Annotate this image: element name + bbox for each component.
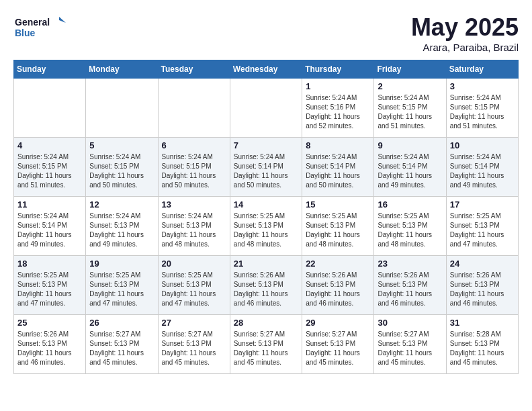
day-info: Sunrise: 5:25 AM Sunset: 5:13 PM Dayligh…: [89, 271, 154, 308]
calendar-cell: 5Sunrise: 5:24 AM Sunset: 5:15 PM Daylig…: [86, 138, 158, 197]
calendar-cell: 1Sunrise: 5:24 AM Sunset: 5:16 PM Daylig…: [302, 79, 374, 138]
calendar-cell: 7Sunrise: 5:24 AM Sunset: 5:14 PM Daylig…: [230, 138, 302, 197]
day-header-sunday: Sunday: [14, 60, 86, 79]
calendar-cell: [230, 79, 302, 138]
day-info: Sunrise: 5:26 AM Sunset: 5:13 PM Dayligh…: [378, 271, 442, 308]
logo-svg: General Blue: [13, 13, 67, 40]
day-number: 31: [450, 318, 515, 328]
day-number: 22: [306, 259, 370, 269]
day-info: Sunrise: 5:25 AM Sunset: 5:13 PM Dayligh…: [162, 271, 226, 308]
day-info: Sunrise: 5:26 AM Sunset: 5:13 PM Dayligh…: [306, 271, 370, 308]
svg-text:General: General: [15, 17, 50, 28]
calendar-cell: 29Sunrise: 5:27 AM Sunset: 5:13 PM Dayli…: [302, 315, 374, 374]
day-info: Sunrise: 5:24 AM Sunset: 5:14 PM Dayligh…: [234, 152, 298, 190]
calendar-cell: 19Sunrise: 5:25 AM Sunset: 5:13 PM Dayli…: [86, 256, 158, 315]
calendar-cell: 20Sunrise: 5:25 AM Sunset: 5:13 PM Dayli…: [158, 256, 230, 315]
week-row-5: 25Sunrise: 5:26 AM Sunset: 5:13 PM Dayli…: [14, 315, 519, 374]
day-number: 25: [17, 318, 82, 328]
day-number: 28: [234, 318, 298, 328]
day-number: 10: [450, 140, 515, 150]
calendar-cell: 27Sunrise: 5:27 AM Sunset: 5:13 PM Dayli…: [158, 315, 230, 374]
calendar-cell: 28Sunrise: 5:27 AM Sunset: 5:13 PM Dayli…: [230, 315, 302, 374]
calendar-cell: 8Sunrise: 5:24 AM Sunset: 5:14 PM Daylig…: [302, 138, 374, 197]
day-number: 2: [378, 81, 442, 91]
day-number: 12: [89, 199, 154, 210]
day-info: Sunrise: 5:27 AM Sunset: 5:13 PM Dayligh…: [306, 330, 370, 367]
day-number: 15: [306, 199, 370, 210]
week-row-3: 11Sunrise: 5:24 AM Sunset: 5:14 PM Dayli…: [14, 197, 519, 256]
calendar-cell: 16Sunrise: 5:25 AM Sunset: 5:13 PM Dayli…: [374, 197, 446, 256]
calendar-cell: 22Sunrise: 5:26 AM Sunset: 5:13 PM Dayli…: [302, 256, 374, 315]
calendar-cell: 11Sunrise: 5:24 AM Sunset: 5:14 PM Dayli…: [14, 197, 86, 256]
calendar-cell: 14Sunrise: 5:25 AM Sunset: 5:13 PM Dayli…: [230, 197, 302, 256]
calendar-cell: 13Sunrise: 5:24 AM Sunset: 5:13 PM Dayli…: [158, 197, 230, 256]
day-info: Sunrise: 5:24 AM Sunset: 5:15 PM Dayligh…: [450, 93, 515, 131]
day-info: Sunrise: 5:27 AM Sunset: 5:13 PM Dayligh…: [89, 330, 154, 367]
day-number: 9: [378, 140, 442, 150]
day-info: Sunrise: 5:25 AM Sunset: 5:13 PM Dayligh…: [306, 212, 370, 249]
page-header: General Blue May 2025 Arara, Paraiba, Br…: [13, 13, 519, 53]
day-number: 29: [306, 318, 370, 328]
day-info: Sunrise: 5:24 AM Sunset: 5:14 PM Dayligh…: [17, 212, 82, 249]
day-header-tuesday: Tuesday: [158, 60, 230, 79]
calendar-cell: 15Sunrise: 5:25 AM Sunset: 5:13 PM Dayli…: [302, 197, 374, 256]
day-number: 14: [234, 199, 298, 210]
day-header-friday: Friday: [374, 60, 446, 79]
day-info: Sunrise: 5:24 AM Sunset: 5:15 PM Dayligh…: [89, 152, 154, 190]
day-number: 13: [162, 199, 226, 210]
day-header-wednesday: Wednesday: [230, 60, 302, 79]
calendar-cell: 24Sunrise: 5:26 AM Sunset: 5:13 PM Dayli…: [446, 256, 518, 315]
calendar-table: SundayMondayTuesdayWednesdayThursdayFrid…: [13, 60, 519, 374]
day-info: Sunrise: 5:26 AM Sunset: 5:13 PM Dayligh…: [17, 330, 82, 367]
day-number: 19: [89, 259, 154, 269]
day-info: Sunrise: 5:24 AM Sunset: 5:13 PM Dayligh…: [162, 212, 226, 249]
day-info: Sunrise: 5:25 AM Sunset: 5:13 PM Dayligh…: [234, 212, 298, 249]
day-info: Sunrise: 5:28 AM Sunset: 5:13 PM Dayligh…: [450, 330, 515, 367]
day-number: 20: [162, 259, 226, 269]
day-info: Sunrise: 5:24 AM Sunset: 5:16 PM Dayligh…: [306, 93, 370, 131]
calendar-cell: 30Sunrise: 5:27 AM Sunset: 5:13 PM Dayli…: [374, 315, 446, 374]
calendar-cell: 17Sunrise: 5:25 AM Sunset: 5:13 PM Dayli…: [446, 197, 518, 256]
day-info: Sunrise: 5:24 AM Sunset: 5:15 PM Dayligh…: [378, 93, 442, 131]
day-info: Sunrise: 5:24 AM Sunset: 5:13 PM Dayligh…: [89, 212, 154, 249]
calendar-cell: 4Sunrise: 5:24 AM Sunset: 5:15 PM Daylig…: [14, 138, 86, 197]
day-header-monday: Monday: [86, 60, 158, 79]
calendar-cell: 6Sunrise: 5:24 AM Sunset: 5:15 PM Daylig…: [158, 138, 230, 197]
day-header-saturday: Saturday: [446, 60, 518, 79]
calendar-cell: [86, 79, 158, 138]
day-number: 24: [450, 259, 515, 269]
day-number: 17: [450, 199, 515, 210]
day-info: Sunrise: 5:24 AM Sunset: 5:14 PM Dayligh…: [306, 152, 370, 190]
day-number: 7: [234, 140, 298, 150]
day-number: 4: [17, 140, 82, 150]
day-number: 16: [378, 199, 442, 210]
location-subtitle: Arara, Paraiba, Brazil: [411, 42, 519, 53]
day-number: 27: [162, 318, 226, 328]
week-row-4: 18Sunrise: 5:25 AM Sunset: 5:13 PM Dayli…: [14, 256, 519, 315]
calendar-cell: 12Sunrise: 5:24 AM Sunset: 5:13 PM Dayli…: [86, 197, 158, 256]
day-info: Sunrise: 5:26 AM Sunset: 5:13 PM Dayligh…: [450, 271, 515, 308]
calendar-cell: 10Sunrise: 5:24 AM Sunset: 5:14 PM Dayli…: [446, 138, 518, 197]
calendar-cell: 25Sunrise: 5:26 AM Sunset: 5:13 PM Dayli…: [14, 315, 86, 374]
day-info: Sunrise: 5:24 AM Sunset: 5:14 PM Dayligh…: [378, 152, 442, 190]
day-number: 1: [306, 81, 370, 91]
month-title: May 2025: [411, 13, 519, 42]
calendar-cell: [158, 79, 230, 138]
title-block: May 2025 Arara, Paraiba, Brazil: [411, 13, 519, 53]
day-number: 18: [17, 259, 82, 269]
logo: General Blue: [13, 13, 67, 40]
day-number: 8: [306, 140, 370, 150]
day-info: Sunrise: 5:24 AM Sunset: 5:15 PM Dayligh…: [162, 152, 226, 190]
day-info: Sunrise: 5:26 AM Sunset: 5:13 PM Dayligh…: [234, 271, 298, 308]
day-number: 3: [450, 81, 515, 91]
day-number: 26: [89, 318, 154, 328]
week-row-2: 4Sunrise: 5:24 AM Sunset: 5:15 PM Daylig…: [14, 138, 519, 197]
calendar-cell: 3Sunrise: 5:24 AM Sunset: 5:15 PM Daylig…: [446, 79, 518, 138]
svg-marker-1: [59, 17, 66, 23]
calendar-cell: [14, 79, 86, 138]
day-number: 5: [89, 140, 154, 150]
day-header-thursday: Thursday: [302, 60, 374, 79]
day-info: Sunrise: 5:27 AM Sunset: 5:13 PM Dayligh…: [234, 330, 298, 367]
calendar-cell: 26Sunrise: 5:27 AM Sunset: 5:13 PM Dayli…: [86, 315, 158, 374]
day-info: Sunrise: 5:25 AM Sunset: 5:13 PM Dayligh…: [17, 271, 82, 308]
